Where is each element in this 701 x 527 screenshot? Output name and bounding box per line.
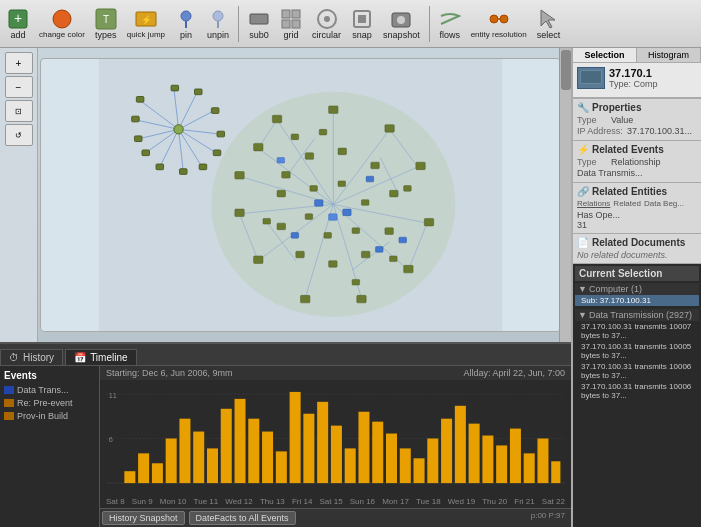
entity-resolution-icon	[488, 8, 510, 30]
sel-datatrans-label: Data Transmission (2927)	[589, 310, 692, 320]
svg-rect-151	[537, 439, 548, 484]
svg-rect-14	[282, 20, 290, 28]
related-events-header[interactable]: ⚡ Related Events	[577, 144, 697, 155]
vtool-zoom-in[interactable]: +	[5, 52, 33, 74]
tool-types[interactable]: T types	[92, 6, 120, 42]
entity-tab-related[interactable]: Related	[613, 199, 641, 208]
tool-sub0[interactable]: sub0	[245, 6, 273, 42]
xaxis-label-12: Wed 19	[448, 497, 475, 506]
svg-rect-103	[404, 186, 412, 192]
svg-rect-94	[277, 223, 285, 230]
tool-snap[interactable]: snap	[348, 6, 376, 42]
svg-rect-144	[441, 419, 452, 483]
entity-tabs: Relations Related Data Beg...	[577, 199, 697, 208]
svg-point-2	[53, 10, 71, 28]
tool-snapshot[interactable]: snapshot	[380, 6, 423, 42]
scrollbar-thumb[interactable]	[561, 50, 571, 90]
svg-rect-42	[134, 136, 142, 142]
sel-datatrans-item-2[interactable]: 37.170.100.31 transmits 10005 bytes to 3…	[575, 341, 699, 361]
svg-rect-11	[250, 14, 268, 24]
vtool-fit[interactable]: ⊡	[5, 100, 33, 122]
related-documents-section: 📄 Related Documents No related documents…	[573, 234, 701, 264]
svg-rect-49	[211, 108, 219, 114]
related-docs-header[interactable]: 📄 Related Documents	[577, 237, 697, 248]
prop-ip-label: IP Address:	[577, 126, 623, 136]
svg-rect-93	[296, 251, 304, 258]
svg-rect-99	[352, 228, 360, 234]
svg-rect-156	[581, 71, 601, 83]
related-event-row-1[interactable]: Data Transmis...	[577, 168, 697, 178]
svg-rect-75	[329, 106, 338, 114]
entity-tab-relations[interactable]: Relations	[577, 199, 610, 208]
entity-tab-data[interactable]: Data Beg...	[644, 199, 684, 208]
tool-entity-resolution[interactable]: entity resolution	[468, 6, 530, 41]
events-type-header: Type	[577, 157, 607, 167]
svg-rect-15	[292, 20, 300, 28]
snap-icon	[351, 8, 373, 30]
svg-rect-48	[217, 131, 225, 137]
xaxis-label-10: Mon 17	[382, 497, 409, 506]
sel-datatrans-item-1[interactable]: 37.170.100.31 transmits 10007 bytes to 3…	[575, 321, 699, 341]
tab-history[interactable]: ⏱ History	[0, 349, 63, 365]
properties-header[interactable]: 🔧 Properties	[577, 102, 697, 113]
event-label-1: Data Trans...	[17, 385, 69, 395]
tool-add[interactable]: + add	[4, 6, 32, 42]
sel-computer-item-1[interactable]: Sub: 37.170.100.31	[575, 295, 699, 306]
tool-pin[interactable]: pin	[172, 6, 200, 42]
svg-rect-106	[319, 129, 327, 135]
main-content: + − ⊡ ↺	[0, 48, 701, 527]
svg-rect-76	[385, 125, 394, 133]
svg-rect-146	[469, 424, 480, 483]
svg-rect-154	[587, 84, 595, 86]
tool-select[interactable]: select	[534, 6, 564, 42]
svg-rect-97	[338, 181, 346, 187]
vtool-reset[interactable]: ↺	[5, 124, 33, 146]
event-item-3: Prov-in Build	[4, 411, 95, 421]
timeline-start-label: Starting: Dec 6, Jun 2006, 9mm	[106, 368, 233, 378]
related-entities-icon: 🔗	[577, 186, 589, 197]
sel-datatrans-item-4[interactable]: 37.170.100.31 transmits 10006 bytes to 3…	[575, 381, 699, 401]
event-label-2: Re: Pre-event	[17, 398, 73, 408]
tab-histogram[interactable]: Histogram	[637, 48, 701, 62]
events-rel-header: Relationship	[611, 157, 661, 167]
event-item-2: Re: Pre-event	[4, 398, 95, 408]
tool-unpin[interactable]: unpin	[204, 6, 232, 42]
entity-type: Type: Comp	[609, 79, 658, 89]
events-sidebar: Events Data Trans... Re: Pre-event Prov-…	[0, 366, 100, 527]
svg-rect-88	[371, 162, 379, 169]
svg-text:6: 6	[109, 435, 113, 444]
graph-canvas[interactable]: + − ⊡ ↺	[0, 48, 571, 342]
xaxis-label-13: Thu 20	[482, 497, 507, 506]
related-entities-header[interactable]: 🔗 Related Entities	[577, 186, 697, 197]
tab-selection[interactable]: Selection	[573, 48, 637, 62]
tab-timeline[interactable]: 📅 Timeline	[65, 349, 136, 365]
graph-scrollbar[interactable]	[559, 48, 571, 342]
right-tabs: Selection Histogram	[573, 48, 701, 63]
tool-flows[interactable]: flows	[436, 6, 464, 42]
sel-computer-header[interactable]: ▼ Computer (1)	[575, 283, 699, 295]
change-color-icon	[51, 8, 73, 30]
xaxis-label-15: Sat 22	[542, 497, 565, 506]
svg-rect-134	[303, 414, 314, 483]
svg-rect-123	[152, 463, 163, 483]
history-snapshot-button[interactable]: History Snapshot	[102, 511, 185, 525]
pin-icon	[175, 8, 197, 30]
date-facts-button[interactable]: DateFacts to All Events	[189, 511, 296, 525]
tool-circular[interactable]: circular	[309, 6, 344, 42]
tool-change-color[interactable]: change color	[36, 6, 88, 41]
timeline-xaxis: Sat 8 Sun 9 Mon 10 Tue 11 Wed 12 Thu 13 …	[100, 497, 571, 508]
chevron-icon: ▼	[578, 284, 587, 294]
svg-text:11: 11	[109, 391, 117, 400]
tool-grid[interactable]: grid	[277, 6, 305, 42]
tool-quick-jump[interactable]: ⚡ quick jump	[124, 6, 168, 41]
svg-rect-43	[142, 150, 150, 156]
chart-container[interactable]: 11 6	[100, 380, 571, 497]
sel-datatrans-header[interactable]: ▼ Data Transmission (2927)	[575, 309, 699, 321]
events-title: Events	[4, 370, 95, 381]
properties-icon: 🔧	[577, 102, 589, 113]
svg-rect-111	[366, 176, 374, 182]
vtool-zoom-out[interactable]: −	[5, 76, 33, 98]
sel-datatrans-item-3[interactable]: 37.170.100.31 transmits 10006 bytes to 3…	[575, 361, 699, 381]
related-events-section: ⚡ Related Events Type Relationship Data …	[573, 141, 701, 183]
network-visualization[interactable]: /* placeholder */	[40, 58, 561, 332]
